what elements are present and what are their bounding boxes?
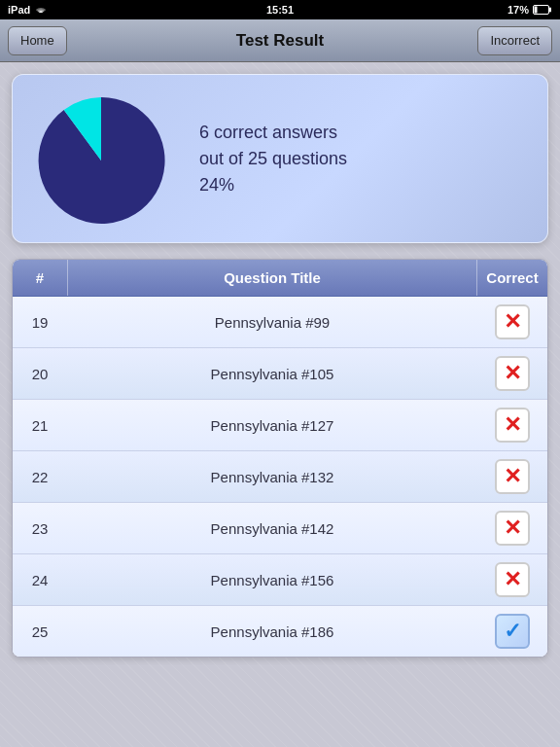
cell-title: Pennsylvania #186	[67, 612, 477, 652]
header-question-title: Question Title	[68, 260, 476, 296]
status-bar: iPad 15:51 17%	[0, 0, 560, 19]
incorrect-icon: ✕	[495, 356, 530, 391]
status-bar-right: 17%	[508, 4, 552, 16]
cell-num: 20	[13, 354, 67, 394]
table-row[interactable]: 23 Pennsylvania #142 ✕	[13, 503, 547, 554]
cell-num: 24	[13, 560, 67, 600]
correct-icon: ✓	[495, 614, 530, 649]
cell-correct: ✕	[477, 400, 547, 450]
nav-title: Test Result	[236, 31, 324, 51]
status-bar-time: 15:51	[266, 4, 294, 16]
table-header: # Question Title Correct	[13, 260, 547, 297]
cell-correct: ✕	[477, 451, 547, 502]
wifi-icon	[34, 5, 48, 15]
cell-correct: ✕	[477, 348, 547, 399]
chart-summary: 6 correct answersout of 25 questions24%	[199, 120, 347, 198]
chart-card: 6 correct answersout of 25 questions24%	[12, 74, 548, 243]
nav-bar: Home Test Result Incorrect	[0, 19, 560, 62]
cell-correct: ✓	[477, 606, 547, 657]
cell-correct: ✕	[477, 554, 547, 605]
cell-title: Pennsylvania #156	[67, 560, 477, 600]
cell-title: Pennsylvania #105	[67, 354, 477, 394]
cell-num: 21	[13, 406, 67, 445]
cell-title: Pennsylvania #99	[67, 302, 477, 342]
cell-num: 25	[13, 612, 67, 652]
svg-rect-1	[549, 8, 551, 13]
cell-correct: ✕	[477, 297, 547, 347]
battery-icon	[533, 5, 552, 15]
table-row[interactable]: 22 Pennsylvania #132 ✕	[13, 451, 547, 503]
carrier-label: iPad	[8, 4, 30, 16]
cell-title: Pennsylvania #142	[67, 509, 477, 549]
battery-percent: 17%	[508, 4, 529, 16]
cell-title: Pennsylvania #132	[67, 457, 477, 497]
cell-correct: ✕	[477, 503, 547, 553]
home-button[interactable]: Home	[8, 26, 67, 55]
cell-num: 19	[13, 302, 67, 342]
cell-num: 22	[13, 457, 67, 497]
incorrect-icon: ✕	[495, 459, 530, 494]
cell-title: Pennsylvania #127	[67, 406, 477, 445]
svg-rect-2	[535, 7, 538, 14]
incorrect-icon: ✕	[495, 562, 530, 597]
table-row[interactable]: 21 Pennsylvania #127 ✕	[13, 400, 547, 451]
pie-chart	[28, 90, 184, 227]
table-row[interactable]: 24 Pennsylvania #156 ✕	[13, 554, 547, 606]
table-row[interactable]: 19 Pennsylvania #99 ✕	[13, 297, 547, 348]
incorrect-icon: ✕	[495, 511, 530, 546]
main-content: 6 correct answersout of 25 questions24% …	[0, 62, 560, 658]
results-table: # Question Title Correct 19 Pennsylvania…	[12, 259, 548, 658]
header-num: #	[13, 260, 67, 296]
header-correct: Correct	[477, 260, 547, 296]
table-row[interactable]: 20 Pennsylvania #105 ✕	[13, 348, 547, 400]
cell-num: 23	[13, 509, 67, 549]
table-row[interactable]: 25 Pennsylvania #186 ✓	[13, 606, 547, 657]
status-bar-left: iPad	[8, 4, 48, 16]
incorrect-button[interactable]: Incorrect	[477, 26, 552, 55]
incorrect-icon: ✕	[495, 304, 530, 339]
incorrect-icon: ✕	[495, 408, 530, 443]
